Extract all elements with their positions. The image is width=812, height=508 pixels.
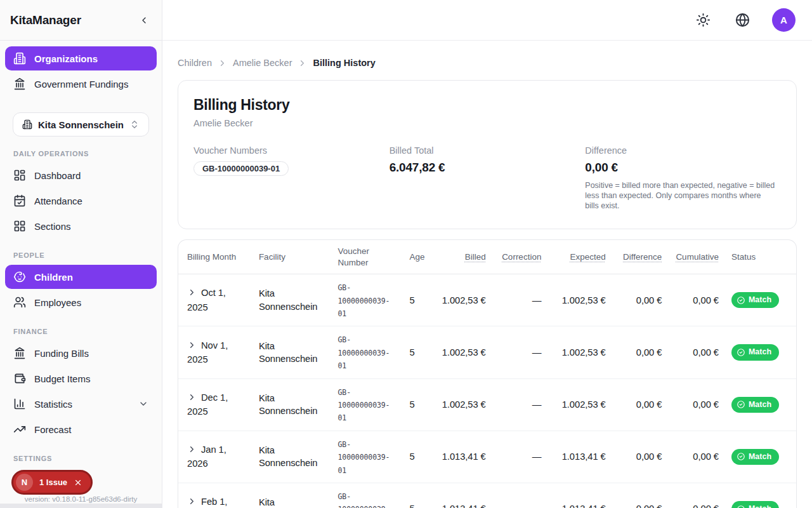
circle-check-icon [737, 400, 745, 409]
cell-cumulative: 0,00 € [668, 326, 725, 378]
column-header-expected[interactable]: Expected [547, 240, 612, 274]
users-icon [13, 296, 26, 309]
chevron-right-icon[interactable] [187, 340, 197, 353]
column-header-correction[interactable]: Correction [492, 240, 548, 274]
cell-month[interactable]: Nov 1, 2025 [178, 326, 252, 378]
chevron-right-icon[interactable] [187, 444, 197, 457]
cell-expected: 1.013,41 € [547, 431, 612, 483]
sidebar-item-government-fundings[interactable]: Government Fundings [5, 72, 157, 96]
sidebar-item-sections[interactable]: Sections [5, 214, 157, 238]
sidebar-item-label: Funding Bills [34, 348, 89, 359]
breadcrumb-child-name[interactable]: Amelie Becker [233, 58, 292, 68]
sidebar-header: KitaManager [0, 0, 162, 41]
column-header-cumulative[interactable]: Cumulative [668, 240, 725, 274]
column-header-status: Status [725, 240, 796, 274]
cell-month[interactable]: Dec 1, 2025 [178, 378, 252, 431]
table-body: Oct 1, 2025Kita SonnenscheinGB-100000000… [178, 274, 796, 508]
section-title-finance: FINANCE [0, 316, 162, 341]
sidebar-item-employees[interactable]: Employees [5, 290, 157, 314]
sidebar-item-label: Statistics [34, 399, 72, 410]
column-header-month: Billing Month [178, 240, 252, 274]
cell-difference: 0,00 € [612, 483, 669, 508]
building-icon [13, 52, 26, 65]
app-layout: KitaManager Organizations Government Fun… [0, 0, 812, 508]
cell-voucher: GB-10000000039-01 [332, 326, 403, 378]
circle-check-icon [737, 348, 745, 357]
trending-up-icon [13, 423, 26, 436]
cell-voucher: GB-10000000039-01 [332, 431, 403, 483]
globe-icon [735, 13, 750, 27]
breadcrumb-current: Billing History [313, 58, 375, 68]
topbar: A [162, 0, 812, 41]
cell-difference: 0,00 € [612, 274, 669, 326]
status-badge: Match [731, 292, 779, 308]
stat-label: Difference [585, 145, 781, 156]
cell-facility: Kita Sonnenschein [252, 326, 332, 378]
cell-cumulative: 0,00 € [668, 274, 725, 326]
sidebar-item-organizations[interactable]: Organizations [5, 46, 157, 70]
cell-age: 5 [403, 274, 436, 326]
cell-billed: 1.013,41 € [435, 431, 492, 483]
cell-month[interactable]: Oct 1, 2025 [178, 274, 252, 326]
page-subtitle: Amelie Becker [193, 118, 781, 128]
sidebar-item-budget-items[interactable]: Budget Items [5, 366, 157, 391]
sidebar-item-funding-bills[interactable]: Funding Bills [5, 341, 157, 365]
calendar-check-icon [13, 194, 26, 207]
stat-label: Billed Total [390, 145, 586, 156]
sidebar-item-forecast[interactable]: Forecast [5, 417, 157, 441]
landmark-icon [13, 77, 26, 90]
close-icon[interactable] [74, 478, 82, 487]
facility-selector[interactable]: Kita Sonnenschein [13, 112, 149, 137]
table-row[interactable]: Dec 1, 2025Kita SonnenscheinGB-100000000… [178, 378, 796, 431]
table-row[interactable]: Nov 1, 2025Kita SonnenscheinGB-100000000… [178, 326, 796, 378]
table-row[interactable]: Feb 1, 2026Kita SonnenscheinGB-100000000… [178, 483, 796, 508]
difference-hint: Positive = billed more than expected, ne… [585, 180, 775, 211]
cell-status: Match [725, 274, 796, 326]
cell-difference: 0,00 € [612, 326, 669, 378]
sidebar-item-label: Budget Items [34, 373, 90, 384]
cell-cumulative: 0,00 € [668, 378, 725, 431]
sun-icon [696, 13, 710, 27]
sidebar-item-statistics[interactable]: Statistics [5, 392, 157, 416]
section-title-people: PEOPLE [0, 239, 162, 265]
cell-status: Match [725, 431, 796, 483]
cell-cumulative: 0,00 € [668, 431, 725, 483]
section-people: Children Employees [0, 265, 162, 314]
column-header-difference[interactable]: Difference [612, 240, 669, 274]
cell-expected: 1.002,53 € [547, 326, 612, 378]
theme-toggle-button[interactable] [693, 10, 713, 30]
language-button[interactable] [733, 10, 752, 30]
cell-month[interactable]: Feb 1, 2026 [178, 483, 252, 508]
sidebar-item-children[interactable]: Children [5, 265, 157, 289]
cell-age: 5 [403, 326, 436, 378]
user-avatar[interactable]: A [772, 8, 796, 32]
billing-table: Billing MonthFacilityVoucher NumberAgeBi… [178, 240, 796, 508]
column-header-billed[interactable]: Billed [435, 240, 492, 274]
chevron-right-icon[interactable] [187, 288, 197, 300]
sidebar-sections: DAILY OPERATIONS Dashboard Attendance Se… [0, 138, 162, 493]
sidebar-item-label: Forecast [34, 424, 71, 435]
cell-cumulative: 0,00 € [668, 483, 725, 508]
cell-facility: Kita Sonnenschein [252, 378, 332, 431]
sidebar-collapse-button[interactable] [136, 13, 152, 28]
facility-selector-label: Kita Sonnenschein [38, 119, 124, 130]
building-icon [22, 119, 32, 130]
chevron-right-icon[interactable] [187, 497, 197, 508]
breadcrumb: Children Amelie Becker Billing History [178, 58, 797, 68]
table-row[interactable]: Jan 1, 2026Kita SonnenscheinGB-100000000… [178, 431, 796, 483]
cell-billed: 1.002,53 € [435, 274, 492, 326]
sidebar-item-label: Sections [34, 221, 71, 232]
sidebar-item-attendance[interactable]: Attendance [5, 189, 157, 213]
chevron-right-icon[interactable] [187, 392, 197, 405]
circle-check-icon [737, 505, 745, 508]
breadcrumb-children[interactable]: Children [178, 58, 212, 68]
cell-month[interactable]: Jan 1, 2026 [178, 431, 252, 483]
cell-voucher: GB-10000000039-01 [332, 378, 403, 431]
page-title: Billing History [193, 97, 781, 114]
landmark-icon [13, 347, 26, 359]
table-row[interactable]: Oct 1, 2025Kita SonnenscheinGB-100000000… [178, 274, 796, 326]
sidebar-item-dashboard[interactable]: Dashboard [5, 163, 157, 187]
stat-voucher-numbers: Voucher Numbers GB-10000000039-01 [193, 145, 390, 211]
issue-badge[interactable]: N 1 Issue [11, 470, 93, 495]
sidebar-item-label: Government Fundings [34, 79, 128, 90]
